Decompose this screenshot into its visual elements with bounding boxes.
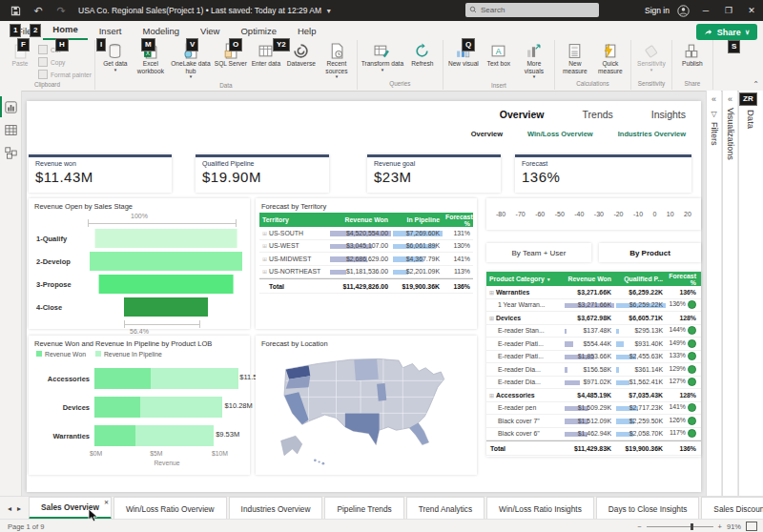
filters-pane-collapsed[interactable]: « ▽ Filters	[706, 91, 721, 496]
table-row[interactable]: E-reader Dia... $971.02K $1,562.41K 127%	[486, 377, 701, 390]
table-row[interactable]: E-reader Stan... $137.48K $295.13K 144%	[486, 325, 701, 338]
kpi-qualified-pipeline[interactable]: Qualified Pipeline $19.90M	[196, 154, 329, 193]
new-measure-button[interactable]: New measure	[558, 42, 592, 74]
title-dropdown-icon[interactable]: ▼	[325, 8, 332, 14]
collapse-ribbon-icon[interactable]: ⌃	[753, 80, 759, 89]
expand-visualizations-icon[interactable]: «	[728, 94, 732, 104]
territory-table-card[interactable]: Forecast by Territory Territory Revenue …	[256, 198, 477, 329]
table-row[interactable]: Black cover 7" $1,512.09K $2,259.50K 126…	[486, 415, 701, 428]
page-tab-winloss-ratio-overview[interactable]: Win/Loss Ratio Overview	[113, 497, 227, 520]
nav-overview[interactable]: Overview	[500, 109, 545, 120]
funnel-chart-card[interactable]: Revenue Open by Sales Stage 100% 1-Quali…	[29, 198, 250, 329]
table-row[interactable]: Black cover 6" $1,462.94K $2,058.70K 117…	[486, 428, 701, 441]
funnel-row[interactable]: 1-Qualify	[29, 227, 250, 250]
maximize-button[interactable]: ❐	[717, 0, 740, 21]
nav-sub-overview[interactable]: Overview	[471, 130, 503, 138]
page-tab-pipeline-trends[interactable]: Pipeline Trends	[324, 497, 403, 520]
refresh-button[interactable]: Refresh	[405, 42, 440, 68]
table-view-icon[interactable]	[0, 118, 21, 141]
zoom-slider-thumb[interactable]	[691, 523, 693, 530]
table-row[interactable]: ⊞US-WEST $3,045,107.00 $6,061.89K 130%	[259, 240, 473, 254]
nav-sub-industries[interactable]: Industries Overview	[618, 130, 686, 138]
table-row[interactable]: E-reader Plati... $554.44K $931.40K 149%	[486, 338, 701, 351]
funnel-row[interactable]: 2-Develop	[29, 250, 250, 273]
close-button[interactable]: ✕	[740, 0, 763, 21]
menu-help[interactable]: Help	[288, 23, 326, 40]
publish-button[interactable]: Publish	[675, 42, 710, 68]
kpi-revenue-goal[interactable]: Revenue goal $23M	[367, 154, 501, 193]
lob-bar-chart-card[interactable]: Revenue Won and Revenue In Pipeline by P…	[29, 336, 250, 475]
table-header[interactable]: Territory Revenue Won In Pipeline Foreca…	[259, 213, 473, 227]
page-tab-sales-discounting[interactable]: Sales Discounting	[701, 497, 763, 520]
funnel-row[interactable]: 3-Propose	[29, 273, 250, 296]
expand-filters-icon[interactable]: «	[711, 94, 716, 104]
table-row[interactable]: E-reader Dia... $156.58K $361.14K 129%	[486, 363, 701, 377]
table-header[interactable]: Product Category ▼ Revenue Won Qualified…	[486, 272, 701, 286]
product-table-card[interactable]: Product Category ▼ Revenue Won Qualified…	[486, 272, 701, 457]
save-icon[interactable]	[8, 3, 23, 18]
kpi-forecast[interactable]: Forecast 136%	[515, 154, 691, 193]
bar-pipeline[interactable]	[135, 425, 214, 446]
table-group-row[interactable]: ⊞Warranties $3,271.66K $6,259.22K 136%	[486, 286, 701, 299]
recent-sources-button[interactable]: Recent sources▾	[320, 42, 354, 80]
map-card[interactable]: Forecast by Location	[256, 336, 477, 475]
quick-measure-button[interactable]: Quick measure	[593, 42, 628, 74]
bar-row[interactable]: Warranties $9.53M	[34, 421, 244, 450]
account-avatar-icon[interactable]	[675, 3, 691, 18]
zoom-out-icon[interactable]: −	[637, 522, 641, 531]
nav-insights[interactable]: Insights	[651, 109, 686, 120]
kpi-revenue-won[interactable]: Revenue won $11.43M	[29, 154, 172, 193]
page-tab-winloss-ratio-insights[interactable]: Win/Loss Ratio Insights	[486, 497, 594, 520]
sign-in-button[interactable]: Sign in	[645, 6, 670, 15]
funnel-bar[interactable]	[99, 275, 234, 294]
table-row[interactable]: ⊞US-SOUTH $4,520,554.00 $7,269.60K 131%	[259, 227, 473, 240]
undo-icon[interactable]: ↶	[31, 3, 46, 18]
page-tab-days-to-close-insights[interactable]: Days to Close Insights	[596, 497, 700, 520]
page-tab-trend-analytics[interactable]: Trend Analytics	[406, 497, 485, 520]
bar-pipeline[interactable]	[140, 397, 222, 418]
report-view-icon[interactable]	[0, 95, 21, 118]
bar-row[interactable]: Devices $10.28M	[34, 393, 244, 421]
minimize-button[interactable]: ─	[694, 0, 717, 21]
us-choropleth-map[interactable]	[258, 350, 474, 470]
bar-won[interactable]	[94, 368, 151, 389]
funnel-row[interactable]: 4-Close	[29, 296, 250, 318]
visualizations-pane-collapsed[interactable]: « Visualizations	[722, 91, 737, 496]
bar-won[interactable]	[94, 425, 135, 446]
nav-trends[interactable]: Trends	[583, 109, 613, 120]
model-view-icon[interactable]	[0, 141, 21, 164]
funnel-bar[interactable]	[124, 297, 208, 317]
table-group-row[interactable]: ⊞Devices $3,672.98K $6,605.71K 128%	[486, 312, 701, 325]
fit-to-page-icon[interactable]	[746, 522, 757, 531]
by-product-button[interactable]: By Product	[599, 243, 701, 262]
table-row[interactable]: ⊞US-MIDWEST $2,686,629.00 $4,367.79K 141…	[259, 253, 473, 266]
data-pane[interactable]: Data	[738, 91, 763, 496]
nav-sub-winloss[interactable]: Win/Loss Overview	[527, 130, 593, 138]
funnel-bar[interactable]	[90, 252, 242, 271]
menu-home[interactable]: Home	[43, 21, 87, 40]
page-tab-industries-overview[interactable]: Industries Overview	[229, 497, 323, 520]
table-row[interactable]: ⊞US-NORTHEAST $1,181,536.00 $2,201.09K 1…	[259, 266, 473, 279]
transform-data-button[interactable]: Transform data▾	[361, 42, 404, 72]
funnel-bar[interactable]	[95, 229, 237, 248]
table-row[interactable]: 1 Year Warran... $3,271.66K $6,259.22K 1…	[486, 299, 701, 313]
table-group-row[interactable]: ⊞Accessories $4,485.19K $7,035.43K 128%	[486, 389, 701, 402]
gauge-scale-card[interactable]: -80-70-60-50-40-30-20-1001020	[486, 198, 701, 230]
legend-revenue-won[interactable]: Revenue Won	[36, 351, 86, 358]
bar-row[interactable]: Accessories $11.52M	[34, 364, 244, 393]
zoom-slider[interactable]	[647, 526, 713, 527]
zoom-in-icon[interactable]: +	[718, 522, 722, 531]
search-box[interactable]: Search	[465, 3, 599, 17]
more-visuals-button[interactable]: More visuals▾	[517, 42, 551, 80]
prev-page-arrow[interactable]: ◂	[8, 504, 11, 513]
text-box-button[interactable]: A Text box	[482, 42, 516, 68]
by-team-user-button[interactable]: By Team + User	[486, 243, 591, 262]
legend-revenue-in-pipeline[interactable]: Revenue In Pipeline	[95, 351, 162, 358]
close-tab-icon[interactable]: ✕	[104, 499, 109, 505]
table-row[interactable]: E-reader pen $1,509.29K $2,717.23K 141%	[486, 402, 701, 416]
bar-won[interactable]	[94, 397, 140, 418]
share-button[interactable]: Share∨	[696, 24, 757, 40]
next-page-arrow[interactable]: ▸	[17, 504, 21, 513]
table-row[interactable]: E-reader Plati... $1,853.66K $2,455.63K …	[486, 351, 701, 364]
bar-pipeline[interactable]	[151, 368, 238, 389]
